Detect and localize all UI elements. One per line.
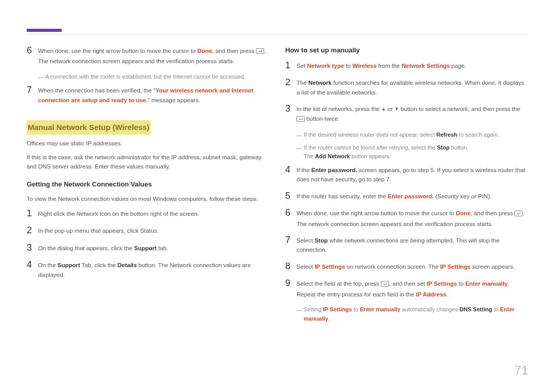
section-heading-manual-setup: Manual Network Setup (Wireless) <box>27 120 151 135</box>
note-dash-icon: ― <box>297 305 304 323</box>
text: Setting <box>304 306 323 312</box>
step-number: 6 <box>285 208 297 229</box>
text: Select <box>297 237 314 244</box>
right-column: How to set up manually 1 Set Network typ… <box>285 45 528 326</box>
step-body: Set Network type to Wireless from the Ne… <box>297 60 528 71</box>
text: Select the field at the top, press <box>297 281 381 287</box>
step-body: Select IP Settings on network connection… <box>297 261 528 272</box>
right-step-1: 1 Set Network type to Wireless from the … <box>285 60 528 71</box>
text: , and then press <box>471 210 515 216</box>
note-text: A connection with the router is establis… <box>45 72 270 82</box>
text: button to select a network, and then pre… <box>399 106 520 112</box>
page-number: 71 <box>514 363 528 378</box>
content-columns: 6 When done, use the right arrow button … <box>27 45 528 326</box>
right-note-stop: ― If the router cannot be found after re… <box>297 143 528 161</box>
subsection-heading-getting-values: Getting the Network Connection Values <box>27 179 270 190</box>
support-tab-label: Support <box>58 262 80 268</box>
left-substep-1: 1 Right click the Network icon on the bo… <box>27 208 270 219</box>
step-number: 9 <box>285 278 297 299</box>
note-body: Setting IP Settings to Enter manually au… <box>304 305 528 323</box>
svg-rect-0 <box>256 48 264 53</box>
dns-setting-label: DNS Setting <box>459 306 492 312</box>
step-number: 2 <box>27 225 38 236</box>
right-step-8: 8 Select IP Settings on network connecti… <box>285 261 528 272</box>
right-note-auto-dns: ― Setting IP Settings to Enter manually … <box>297 305 528 323</box>
step-number: 1 <box>27 208 38 219</box>
text: When done, use the right arrow button to… <box>38 48 197 54</box>
step-body: On the Support Tab, click the Details bu… <box>38 259 270 279</box>
text: or <box>386 106 395 112</box>
step-number: 2 <box>285 77 297 97</box>
ip-settings-label: IP Settings <box>427 281 457 287</box>
left-substep-3: 3 On the dialog that appears, click the … <box>27 242 270 254</box>
text: If the router has security, enter the <box>297 193 388 199</box>
text: to <box>457 281 465 287</box>
intro-paragraph-1: Offices may use static IP addresses. <box>27 139 270 148</box>
note-body: If the desired wireless router does not … <box>304 130 528 140</box>
done-label: Done <box>456 210 471 216</box>
step-body: When the connection has been verified, t… <box>38 85 270 105</box>
refresh-label: Refresh <box>436 132 457 138</box>
left-column: 6 When done, use the right arrow button … <box>27 45 270 326</box>
ip-address-label: IP Address <box>416 291 446 297</box>
right-step-3: 3 In the list of networks, press the ▲ o… <box>285 103 528 124</box>
note-dash-icon: ― <box>297 143 304 161</box>
text: button twice. <box>305 116 340 122</box>
text: If the <box>297 167 311 173</box>
enter-manually-label: Enter manually <box>360 306 400 312</box>
enter-icon <box>514 210 523 219</box>
step-body: Select the field at the top, press , and… <box>297 278 528 299</box>
text: . <box>328 315 330 322</box>
left-note-1: ― A connection with the router is establ… <box>38 72 270 82</box>
right-step-9: 9 Select the field at the top, press , a… <box>285 278 528 299</box>
step-body: In the list of networks, press the ▲ or … <box>297 103 528 124</box>
step-body: When done, use the right arrow button to… <box>297 208 528 229</box>
left-step-6: 6 When done, use the right arrow button … <box>27 45 270 66</box>
text: to <box>344 63 353 69</box>
right-step-6: 6 When done, use the right arrow button … <box>285 208 528 229</box>
step-body: When done, use the right arrow button to… <box>38 45 270 66</box>
text: tab. <box>157 245 168 251</box>
enter-icon <box>297 115 305 124</box>
left-step-7: 7 When the connection has been verified,… <box>27 85 270 105</box>
step-body: Right click the Network icon on the bott… <box>38 208 270 219</box>
ip-settings-label: IP Settings <box>314 264 345 270</box>
triangle-up-icon: ▲ <box>381 106 386 111</box>
done-label: Done <box>197 48 212 54</box>
header-rule <box>27 34 528 34</box>
ip-settings-label: IP Settings <box>323 306 352 312</box>
text: to <box>492 306 500 312</box>
step-number: 4 <box>27 259 38 279</box>
text: On the <box>38 262 58 268</box>
note-dash-icon: ― <box>38 72 45 82</box>
support-tab-label: Support <box>134 245 157 251</box>
enter-password-label: Enter password. <box>311 167 357 173</box>
step-number: 7 <box>27 85 38 105</box>
step-body: If the Enter password. screen appears, g… <box>297 164 528 184</box>
enter-icon <box>256 47 264 57</box>
text: . <box>447 291 448 297</box>
right-step-7: 7 Select Stop while network connections … <box>285 235 528 255</box>
text: On the dialog that appears, click the <box>38 245 134 251</box>
text: In the list of networks, press the <box>297 106 381 112</box>
left-substep-2: 2 In the pop-up menu that appears, click… <box>27 225 270 236</box>
text: button. <box>450 144 469 151</box>
subsection-heading-manual: How to set up manually <box>285 45 528 56</box>
svg-rect-1 <box>297 116 305 121</box>
note-dash-icon: ― <box>297 130 304 140</box>
step-number: 7 <box>285 235 297 255</box>
add-network-label: Add Network <box>315 153 350 159</box>
right-step-4: 4 If the Enter password. screen appears,… <box>285 164 528 184</box>
text: Tab, click the <box>80 262 118 268</box>
text: When the connection has been verified, t… <box>38 87 155 94</box>
text: page. <box>450 63 466 69</box>
text: (Security key or PIN). <box>434 193 491 199</box>
step-number: 6 <box>27 45 38 66</box>
text: Set <box>297 63 307 69</box>
details-button-label: Details <box>117 262 137 268</box>
network-settings-label: Network Settings <box>401 63 450 69</box>
svg-rect-3 <box>381 282 389 287</box>
text: to search again. <box>457 132 499 138</box>
intro-paragraph-2: If this is the case, ask the network adm… <box>27 153 270 172</box>
text: automatically changes <box>400 306 459 312</box>
